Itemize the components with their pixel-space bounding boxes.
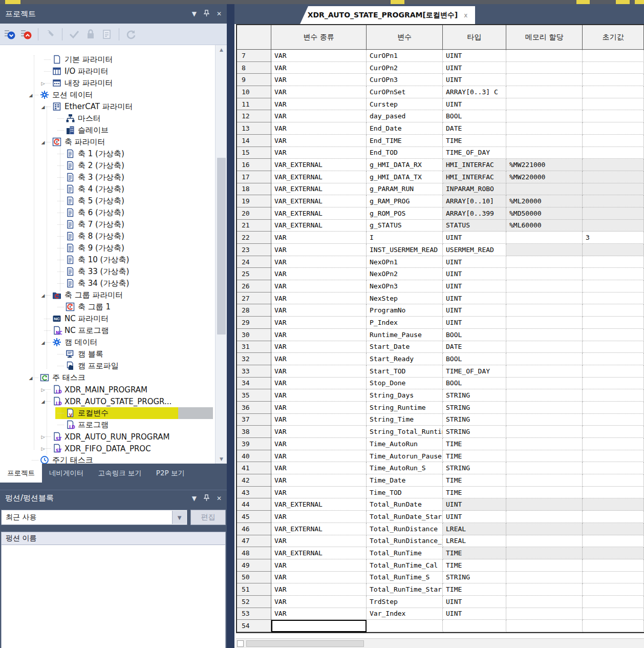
row-number-cell[interactable]: 17: [237, 171, 271, 183]
scroll-down-icon[interactable]: ▼: [216, 454, 227, 464]
tree-item-축-2-가상축-[interactable]: 축 2 (가상축): [0, 160, 215, 172]
type-cell[interactable]: UINT: [443, 498, 506, 511]
name-cell[interactable]: Total_RunTime_S: [367, 572, 443, 584]
memory-cell[interactable]: [506, 365, 583, 378]
row-number-cell[interactable]: 30: [237, 329, 271, 341]
name-cell[interactable]: Time_Date: [367, 474, 443, 487]
properties-icon[interactable]: [100, 28, 114, 41]
row-number-cell[interactable]: 51: [237, 583, 271, 596]
kind-cell[interactable]: VAR: [271, 292, 367, 305]
initial-value-cell[interactable]: [583, 559, 644, 572]
row-number-cell[interactable]: 36: [237, 402, 271, 414]
row-number-cell[interactable]: 23: [237, 244, 271, 256]
name-cell[interactable]: g_ROM_POS: [367, 207, 443, 220]
tree-item-축-1-가상축-[interactable]: 축 1 (가상축): [0, 148, 215, 160]
row-number-cell[interactable]: 50: [237, 572, 271, 584]
initial-value-cell[interactable]: [583, 317, 644, 329]
kind-cell[interactable]: VAR: [271, 244, 367, 256]
name-cell[interactable]: NexOPn1: [367, 256, 443, 268]
row-number-cell[interactable]: 33: [237, 365, 271, 378]
hscroll-thumb[interactable]: [246, 640, 364, 647]
column-header-4[interactable]: 메모리 할당: [506, 25, 583, 50]
name-cell[interactable]: NexOPn2: [367, 268, 443, 280]
kind-cell[interactable]: VAR_EXTERNAL: [271, 547, 367, 559]
type-cell[interactable]: ARRAY[0..10]: [443, 195, 506, 207]
close-icon[interactable]: ✕: [217, 495, 222, 502]
initial-value-cell[interactable]: [583, 547, 644, 559]
tree-scrollbar-thumb[interactable]: [217, 158, 226, 335]
kind-cell[interactable]: VAR: [271, 583, 367, 596]
kind-cell[interactable]: VAR: [271, 329, 367, 341]
tree-item-주-태스크[interactable]: ◢주 태스크: [0, 372, 215, 384]
kind-cell[interactable]: VAR: [271, 462, 367, 474]
initial-value-cell[interactable]: [583, 608, 644, 620]
tree-item-ethercat-파라미터[interactable]: ◢EtherCAT 파라미터: [0, 101, 215, 113]
expand-all-icon[interactable]: [3, 28, 16, 41]
collapse-all-icon[interactable]: [19, 28, 33, 41]
initial-value-cell[interactable]: [583, 159, 644, 171]
name-cell[interactable]: [367, 620, 443, 632]
row-number-cell[interactable]: 54: [237, 620, 271, 632]
kind-cell[interactable]: VAR: [271, 353, 367, 365]
type-cell[interactable]: TIME: [443, 135, 506, 147]
row-number-cell[interactable]: 38: [237, 426, 271, 438]
kind-cell[interactable]: VAR: [271, 378, 367, 390]
type-cell[interactable]: [443, 620, 506, 632]
name-cell[interactable]: String_Time: [367, 414, 443, 426]
type-cell[interactable]: TIME: [443, 438, 506, 450]
type-cell[interactable]: LREAL: [443, 523, 506, 535]
type-cell[interactable]: UINT: [443, 98, 506, 111]
tree-item-축-4-가상축-[interactable]: 축 4 (가상축): [0, 183, 215, 195]
name-cell[interactable]: g_STATUS: [367, 220, 443, 232]
kind-cell[interactable]: VAR_EXTERNAL: [271, 220, 367, 232]
row-number-cell[interactable]: 12: [237, 110, 271, 122]
tree-item-축-5-가상축-[interactable]: 축 5 (가상축): [0, 195, 215, 207]
name-cell[interactable]: g_HMI_DATA_RX: [367, 159, 443, 171]
column-header-3[interactable]: 타입: [443, 25, 506, 50]
name-cell[interactable]: g_RAM_PROG: [367, 195, 443, 207]
row-number-cell[interactable]: 41: [237, 462, 271, 474]
type-cell[interactable]: UINT: [443, 304, 506, 317]
initial-value-cell[interactable]: [583, 110, 644, 122]
tree-item-슬레이브[interactable]: 슬레이브: [0, 124, 215, 136]
initial-value-cell[interactable]: [583, 244, 644, 256]
name-cell[interactable]: Total_RunTime_Start: [367, 583, 443, 596]
panel-tab-네비게이터[interactable]: 네비게이터: [42, 464, 91, 483]
kind-cell[interactable]: VAR: [271, 86, 367, 98]
tree-item-축-7-가상축-[interactable]: 축 7 (가상축): [0, 219, 215, 231]
memory-cell[interactable]: [506, 353, 583, 365]
initial-value-cell[interactable]: [583, 304, 644, 317]
type-cell[interactable]: UINT: [443, 511, 506, 523]
row-number-cell[interactable]: 46: [237, 523, 271, 535]
name-cell[interactable]: CurOPn1: [367, 50, 443, 62]
type-cell[interactable]: STRING: [443, 389, 506, 402]
kind-cell[interactable]: VAR_EXTERNAL: [271, 159, 367, 171]
close-icon[interactable]: ✕: [217, 10, 222, 17]
kind-cell[interactable]: VAR: [271, 608, 367, 620]
row-number-cell[interactable]: 14: [237, 135, 271, 147]
tree-item-xdr_auto_run_program[interactable]: ▷STXDR_AUTO_RUN_PROGRAM: [0, 431, 215, 443]
kind-cell[interactable]: VAR: [271, 341, 367, 353]
panel-splitter[interactable]: [227, 4, 234, 648]
kind-cell[interactable]: VAR: [271, 50, 367, 62]
tree-item-축-3-가상축-[interactable]: 축 3 (가상축): [0, 172, 215, 183]
type-cell[interactable]: TIME: [443, 474, 506, 487]
combobox-dropdown-icon[interactable]: ▼: [172, 511, 186, 524]
memory-cell[interactable]: %MD50000: [506, 207, 583, 220]
name-cell[interactable]: Runtime_Pause: [367, 329, 443, 341]
row-number-cell[interactable]: 11: [237, 98, 271, 111]
kind-cell[interactable]: VAR: [271, 402, 367, 414]
memory-cell[interactable]: [506, 62, 583, 74]
kind-cell[interactable]: VAR_EXTERNAL: [271, 171, 367, 183]
initial-value-cell[interactable]: [583, 256, 644, 268]
initial-value-cell[interactable]: [583, 268, 644, 280]
type-cell[interactable]: TIME: [443, 487, 506, 499]
initial-value-cell[interactable]: [583, 438, 644, 450]
memory-cell[interactable]: %MW220000: [506, 171, 583, 183]
type-cell[interactable]: UINT: [443, 268, 506, 280]
expand-node-icon[interactable]: ▷: [39, 434, 47, 440]
name-cell[interactable]: Time_AutoRun: [367, 438, 443, 450]
initial-value-cell[interactable]: [583, 572, 644, 584]
initial-value-cell[interactable]: [583, 450, 644, 463]
name-cell[interactable]: Total_RunTime_Cal: [367, 559, 443, 572]
